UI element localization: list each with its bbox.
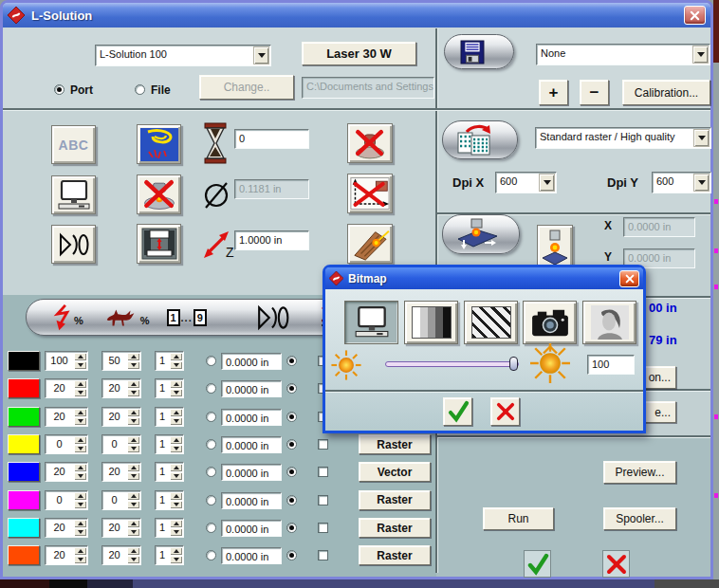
power-spinner[interactable]: 0 — [45, 434, 88, 454]
spinner-arrows[interactable] — [74, 353, 86, 369]
color-swatch[interactable] — [8, 407, 40, 427]
spin-down-icon[interactable] — [74, 389, 86, 396]
spinner-arrows[interactable] — [170, 464, 182, 480]
ppi-spinner[interactable]: 1 — [155, 545, 184, 565]
power-spinner[interactable]: 20 — [45, 518, 88, 538]
bitmap-dialog-titlebar[interactable]: Bitmap — [325, 267, 643, 289]
length-field[interactable]: 0.0000 in — [221, 353, 282, 370]
row-checkbox[interactable] — [318, 467, 328, 477]
ppi-spinner[interactable]: 1 — [155, 351, 184, 371]
spin-up-icon[interactable] — [74, 353, 86, 360]
spin-up-icon[interactable] — [74, 492, 86, 500]
spinner-arrows[interactable] — [127, 547, 139, 563]
spin-up-icon[interactable] — [74, 520, 86, 527]
default-radio[interactable] — [286, 439, 297, 450]
speed-spinner[interactable]: 20 — [101, 378, 141, 398]
spinner-arrows[interactable] — [170, 436, 182, 452]
color-swatch[interactable] — [8, 518, 40, 538]
ppi-spinner[interactable]: 1 — [155, 462, 184, 482]
ppi-spinner[interactable]: 1 — [155, 407, 184, 427]
spin-down-icon[interactable] — [127, 417, 139, 425]
length-radio[interactable] — [206, 495, 216, 505]
default-radio[interactable] — [286, 412, 297, 422]
spin-down-icon[interactable] — [74, 417, 86, 425]
default-radio[interactable] — [286, 356, 297, 366]
default-radio[interactable] — [286, 495, 297, 505]
length-field[interactable]: 0.0000 in — [221, 547, 282, 564]
spin-up-icon[interactable] — [170, 464, 182, 471]
spin-down-icon[interactable] — [170, 556, 182, 563]
speed-spinner[interactable]: 20 — [101, 545, 141, 565]
spin-down-icon[interactable] — [127, 445, 139, 452]
row-checkbox[interactable] — [318, 550, 328, 560]
power-spinner[interactable]: 100 — [45, 351, 88, 371]
length-radio[interactable] — [206, 550, 216, 560]
spin-up-icon[interactable] — [74, 464, 86, 471]
color-swatch[interactable] — [8, 378, 40, 398]
bitmap-mode-portrait-button[interactable] — [582, 301, 636, 344]
power-spinner[interactable]: 20 — [45, 545, 88, 565]
spinner-arrows[interactable] — [127, 436, 139, 452]
row-checkbox[interactable] — [318, 439, 328, 450]
speed-spinner[interactable]: 50 — [101, 351, 141, 371]
spin-up-icon[interactable] — [127, 464, 139, 471]
spin-up-icon[interactable] — [127, 380, 139, 388]
spin-down-icon[interactable] — [74, 528, 86, 536]
spin-down-icon[interactable] — [74, 361, 86, 369]
spinner-arrows[interactable] — [74, 520, 86, 536]
ppi-spinner[interactable]: 1 — [155, 378, 184, 398]
spinner-arrows[interactable] — [127, 520, 139, 536]
spin-down-icon[interactable] — [170, 445, 182, 452]
length-radio[interactable] — [206, 439, 216, 450]
spin-down-icon[interactable] — [127, 361, 139, 369]
ppi-spinner[interactable]: 1 — [155, 434, 184, 454]
speed-spinner[interactable]: 0 — [101, 490, 141, 510]
length-field[interactable]: 0.0000 in — [221, 380, 282, 397]
length-field[interactable]: 0.0000 in — [221, 436, 282, 453]
color-swatch[interactable] — [8, 462, 40, 482]
default-radio[interactable] — [286, 383, 297, 394]
spin-up-icon[interactable] — [127, 436, 139, 444]
ppi-spinner[interactable]: 1 — [155, 518, 184, 538]
spin-up-icon[interactable] — [74, 547, 86, 555]
spinner-arrows[interactable] — [127, 409, 139, 425]
spinner-arrows[interactable] — [127, 464, 139, 480]
length-radio[interactable] — [206, 467, 216, 477]
speed-spinner[interactable]: 20 — [101, 462, 141, 482]
brightness-value-field[interactable]: 100 — [587, 355, 635, 375]
power-spinner[interactable]: 20 — [45, 378, 88, 398]
length-field[interactable]: 0.0000 in — [221, 520, 282, 537]
spin-down-icon[interactable] — [127, 472, 139, 480]
dialog-ok-button[interactable] — [443, 397, 472, 426]
length-radio[interactable] — [206, 523, 216, 533]
spin-up-icon[interactable] — [170, 436, 182, 444]
mode-button[interactable]: Raster — [359, 545, 431, 565]
length-field[interactable]: 0.0000 in — [221, 409, 282, 426]
ppi-spinner[interactable]: 1 — [155, 490, 184, 510]
spin-up-icon[interactable] — [74, 380, 86, 388]
spinner-arrows[interactable] — [127, 353, 139, 369]
bitmap-mode-grayscale-button[interactable] — [404, 301, 458, 344]
speed-spinner[interactable]: 20 — [101, 407, 141, 427]
spinner-arrows[interactable] — [170, 353, 182, 369]
row-checkbox[interactable] — [318, 523, 328, 533]
spin-up-icon[interactable] — [170, 520, 182, 527]
bitmap-mode-monitor-button[interactable] — [344, 301, 398, 344]
mode-button[interactable]: Raster — [359, 434, 431, 454]
default-radio[interactable] — [286, 467, 297, 477]
length-radio[interactable] — [206, 412, 216, 422]
spin-down-icon[interactable] — [74, 501, 86, 508]
spinner-arrows[interactable] — [74, 409, 86, 425]
spin-up-icon[interactable] — [170, 547, 182, 555]
spin-up-icon[interactable] — [127, 409, 139, 416]
color-swatch[interactable] — [8, 490, 40, 510]
brightness-slider-thumb[interactable] — [509, 357, 518, 371]
length-radio[interactable] — [206, 383, 216, 394]
spin-up-icon[interactable] — [127, 547, 139, 555]
spin-down-icon[interactable] — [170, 472, 182, 480]
length-field[interactable]: 0.0000 in — [221, 464, 282, 481]
color-swatch[interactable] — [8, 434, 40, 454]
row-checkbox[interactable] — [318, 495, 328, 505]
spin-down-icon[interactable] — [127, 501, 139, 508]
spin-down-icon[interactable] — [74, 445, 86, 452]
